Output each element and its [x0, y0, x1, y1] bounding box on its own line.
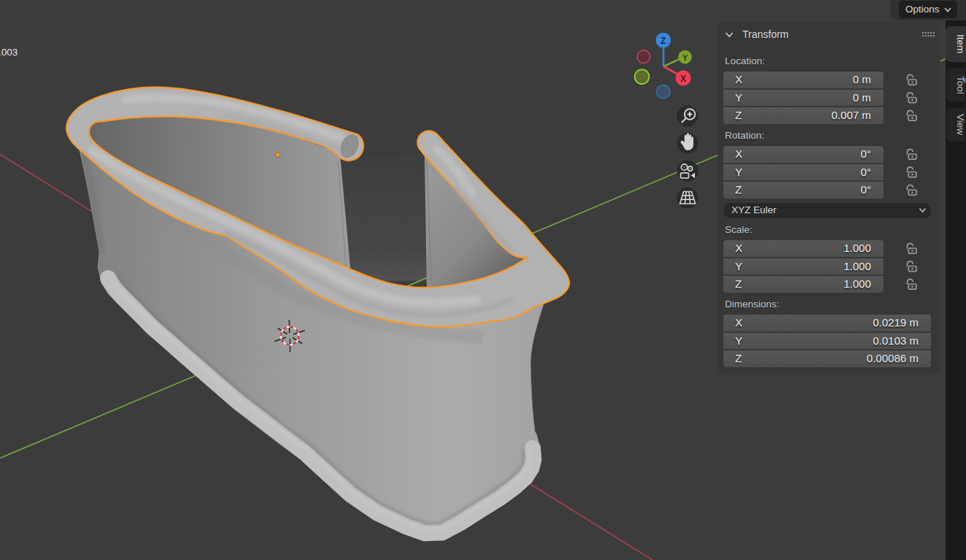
- svg-text:Z: Z: [661, 36, 666, 46]
- svg-text:X: X: [680, 74, 686, 84]
- svg-text:.003: .003: [0, 47, 18, 58]
- svg-text:Y: Y: [682, 53, 688, 62]
